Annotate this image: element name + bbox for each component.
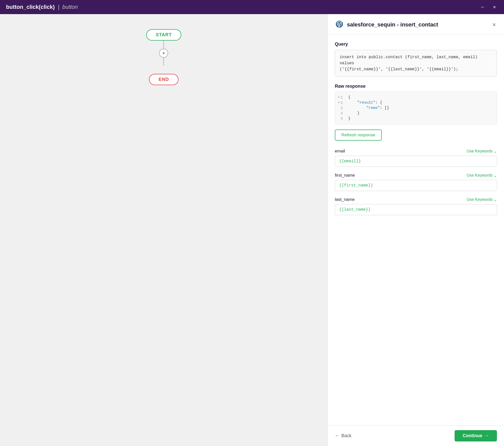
query-section-label: Query <box>335 42 497 47</box>
last-name-use-keywords-button[interactable]: Use Keywords ⌄ <box>467 197 497 202</box>
email-input[interactable] <box>335 156 497 167</box>
email-use-keywords-button[interactable]: Use Keywords ⌄ <box>467 149 497 154</box>
panel-header-left: salesforce_sequin - insert_contact <box>335 20 438 29</box>
last-name-field-header: last_name Use Keywords ⌄ <box>335 197 497 202</box>
panel-body: Query insert into public.contact (first_… <box>328 35 504 425</box>
panel-close-button[interactable]: × <box>491 20 497 29</box>
query-box: insert into public.contact (first_name, … <box>335 50 497 77</box>
main-area: START + END salesf <box>0 14 504 446</box>
postgresql-icon <box>335 20 344 29</box>
end-node: END <box>149 74 179 85</box>
back-button[interactable]: ← Back <box>335 433 351 438</box>
add-step-button[interactable]: + <box>159 49 168 58</box>
topbar-title: button_click(click) | button <box>6 4 78 10</box>
flow-line-top <box>163 41 164 49</box>
flow-line-bottom <box>163 58 164 66</box>
right-panel: salesforce_sequin - insert_contact × Que… <box>328 14 504 446</box>
code-line-4: ▼ 4 } <box>335 111 497 116</box>
email-field-section: email Use Keywords ⌄ <box>335 149 497 167</box>
code-block: ▼ 1 { ▼ 2 "result": { ▼ <box>335 91 497 124</box>
email-field-label: email <box>335 149 345 154</box>
panel-header: salesforce_sequin - insert_contact × <box>328 14 504 35</box>
last-name-input[interactable] <box>335 204 497 215</box>
refresh-response-button[interactable]: Refresh response <box>335 130 382 141</box>
last-name-field-section: last_name Use Keywords ⌄ <box>335 197 497 215</box>
canvas-area: START + END <box>0 14 328 446</box>
continue-button[interactable]: Continue → <box>455 430 497 441</box>
last-name-field-label: last_name <box>335 197 354 202</box>
first-name-use-keywords-button[interactable]: Use Keywords ⌄ <box>467 173 497 178</box>
code-line-3: ▼ 3 "rows": [] <box>335 105 497 111</box>
panel-title: salesforce_sequin - insert_contact <box>347 21 438 28</box>
code-line-5: ▼ 5 } <box>335 116 497 121</box>
back-arrow-icon: ← <box>335 433 339 438</box>
topbar-title-text: button_click(click) <box>6 4 55 10</box>
first-name-field-section: first_name Use Keywords ⌄ <box>335 173 497 191</box>
close-window-button[interactable]: × <box>491 4 498 11</box>
first-name-field-label: first_name <box>335 173 355 178</box>
first-name-input[interactable] <box>335 180 497 191</box>
code-line-1: ▼ 1 { <box>335 95 497 100</box>
panel-footer: ← Back Continue → <box>328 425 504 446</box>
email-field-header: email Use Keywords ⌄ <box>335 149 497 154</box>
minimize-button[interactable]: − <box>479 4 486 11</box>
svg-point-2 <box>340 22 341 23</box>
continue-arrow-icon: → <box>484 433 489 438</box>
first-name-field-header: first_name Use Keywords ⌄ <box>335 173 497 178</box>
raw-response-label: Raw response <box>335 84 497 89</box>
flow-container: START + END <box>146 29 182 85</box>
code-line-2: ▼ 2 "result": { <box>335 100 497 105</box>
topbar-separator: | <box>58 4 59 10</box>
topbar-subtitle: button <box>62 4 78 10</box>
start-node: START <box>146 29 182 41</box>
topbar-controls: − × <box>479 4 498 11</box>
topbar: button_click(click) | button − × <box>0 0 504 14</box>
flow-connector-top: + <box>159 41 168 66</box>
